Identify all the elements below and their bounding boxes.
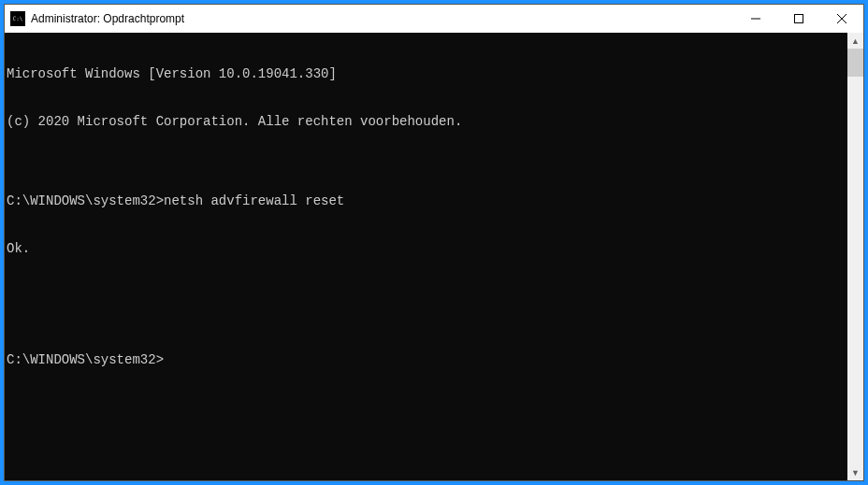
vertical-scrollbar[interactable]: ▲ ▼ — [847, 33, 863, 480]
terminal-line: Ok. — [7, 241, 847, 257]
minimize-icon — [751, 14, 760, 23]
terminal-prompt-line: C:\WINDOWS\system32> — [7, 352, 847, 368]
client-area: Microsoft Windows [Version 10.0.19041.33… — [5, 33, 863, 480]
terminal-line: C:\WINDOWS\system32>netsh advfirewall re… — [7, 193, 847, 209]
maximize-icon — [794, 14, 803, 23]
svg-rect-1 — [795, 15, 803, 23]
chevron-down-icon: ▼ — [851, 468, 860, 478]
command-prompt-window: Administrator: Opdrachtprompt Microsoft … — [4, 4, 864, 481]
window-title: Administrator: Opdrachtprompt — [31, 12, 734, 25]
terminal-line: Microsoft Windows [Version 10.0.19041.33… — [7, 66, 847, 82]
terminal-output[interactable]: Microsoft Windows [Version 10.0.19041.33… — [5, 33, 847, 480]
app-icon — [10, 11, 25, 26]
chevron-up-icon: ▲ — [851, 36, 860, 46]
scroll-thumb[interactable] — [847, 49, 863, 77]
terminal-line: (c) 2020 Microsoft Corporation. Alle rec… — [7, 114, 847, 130]
scroll-up-button[interactable]: ▲ — [847, 33, 863, 49]
window-controls — [734, 5, 863, 33]
scroll-track[interactable] — [847, 49, 863, 464]
close-button[interactable] — [820, 5, 863, 33]
scroll-down-button[interactable]: ▼ — [847, 464, 863, 480]
close-icon — [837, 14, 846, 23]
titlebar[interactable]: Administrator: Opdrachtprompt — [5, 5, 863, 33]
minimize-button[interactable] — [734, 5, 777, 33]
maximize-button[interactable] — [777, 5, 820, 33]
